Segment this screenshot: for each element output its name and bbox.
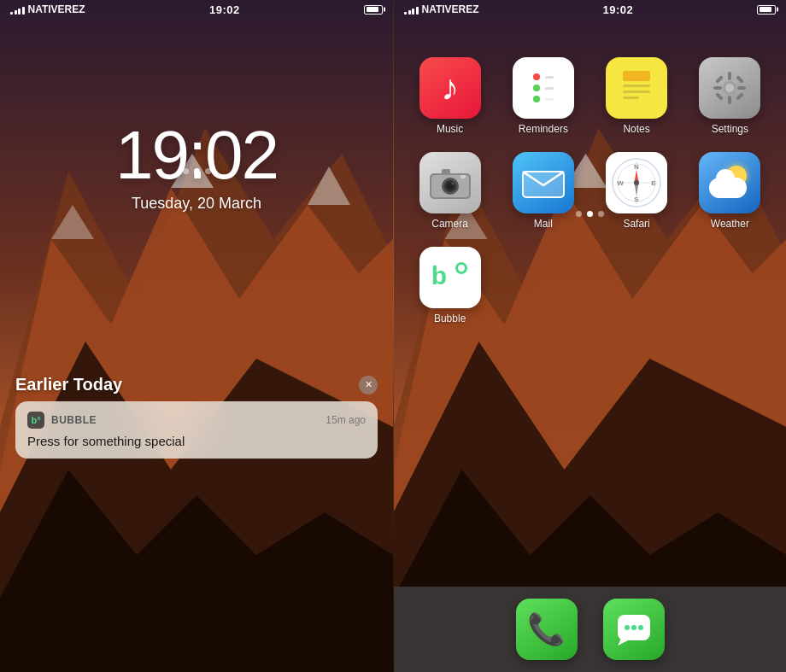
home-screen: NATIVEREZ 19:02 Music <box>393 0 786 672</box>
lock-screen: NATIVEREZ 19:02 19:02 Tuesday, 20 March … <box>0 0 393 672</box>
cloud-shape <box>709 178 747 198</box>
svg-rect-22 <box>715 75 724 84</box>
app-bubble[interactable]: b Bubble <box>408 247 492 324</box>
phone-icon: 📞 <box>516 599 578 660</box>
signal-icon <box>10 5 25 15</box>
mail-icon <box>513 152 574 213</box>
reminder-line-2 <box>533 85 554 91</box>
svg-point-51 <box>638 625 643 630</box>
reminder-line-3 <box>533 96 554 102</box>
lock-clock: 19:02 Tuesday, 20 March <box>0 121 393 213</box>
notification-app-info: b° BUBBLE <box>27 412 97 429</box>
svg-point-31 <box>451 183 454 185</box>
home-page-dots <box>394 211 786 217</box>
svg-text:S: S <box>634 196 639 203</box>
notes-header-bar <box>623 71 650 81</box>
home-signal-bar-1 <box>404 12 407 15</box>
home-status-bar: NATIVEREZ 19:02 <box>394 0 786 19</box>
app-weather[interactable]: Weather <box>688 152 772 230</box>
home-carrier-name: NATIVEREZ <box>422 3 479 15</box>
home-battery-icon <box>757 5 776 15</box>
svg-rect-21 <box>737 86 746 90</box>
reminder-dot-2 <box>533 85 540 91</box>
svg-point-46 <box>634 180 639 185</box>
notification-header: Earlier Today ✕ <box>15 375 378 394</box>
reminder-bar-2 <box>545 87 554 90</box>
home-dot-2 <box>587 211 593 217</box>
bubble-logo: b <box>431 259 469 296</box>
svg-text:N: N <box>634 163 639 171</box>
lock-time-display: 19:02 <box>0 121 393 190</box>
notification-top-row: b° BUBBLE 15m ago <box>27 412 366 429</box>
app-reminders[interactable]: Reminders <box>501 57 585 135</box>
app-safari[interactable]: N S E W Safari <box>595 152 679 230</box>
home-signal-bar-2 <box>408 10 411 15</box>
home-dot-3 <box>598 211 604 217</box>
messages-svg <box>614 610 654 649</box>
reminders-label: Reminders <box>519 123 568 135</box>
svg-point-50 <box>631 625 636 630</box>
bubble-circle-decoration <box>455 262 467 274</box>
home-status-time: 19:02 <box>602 3 633 16</box>
notes-label: Notes <box>623 123 649 135</box>
mail-label: Mail <box>534 218 553 230</box>
svg-text:E: E <box>651 179 656 187</box>
notes-line-1 <box>623 85 650 87</box>
app-notes[interactable]: Notes <box>595 57 679 135</box>
bubble-b-letter: b <box>431 263 447 289</box>
home-battery-fill <box>760 7 771 12</box>
lock-battery <box>364 5 383 15</box>
safari-icon: N S E W <box>606 152 667 213</box>
svg-rect-32 <box>442 169 450 174</box>
app-settings[interactable]: Settings <box>688 57 772 135</box>
lock-carrier-name: NATIVEREZ <box>28 3 85 15</box>
battery-icon <box>364 5 383 15</box>
app-camera[interactable]: Camera <box>408 152 492 230</box>
svg-rect-24 <box>715 92 724 101</box>
home-battery <box>757 5 776 15</box>
reminder-bar-1 <box>545 76 554 79</box>
svg-point-17 <box>725 84 734 92</box>
bubble-label: Bubble <box>434 313 466 324</box>
signal-bar-2 <box>15 10 17 15</box>
notification-message: Press for something special <box>27 434 366 448</box>
app-music[interactable]: Music <box>408 57 492 135</box>
home-carrier-signal: NATIVEREZ <box>404 3 479 15</box>
dock: 📞 <box>394 587 786 672</box>
music-icon <box>419 57 481 119</box>
reminder-dot-1 <box>533 73 540 80</box>
svg-text:W: W <box>617 179 624 187</box>
notes-icon <box>606 57 667 119</box>
notification-section: Earlier Today ✕ b° BUBBLE 15m ago Press … <box>0 375 393 459</box>
notification-dismiss-button[interactable]: ✕ <box>359 376 378 394</box>
svg-rect-18 <box>728 72 731 80</box>
battery-body <box>364 5 383 15</box>
notification-app-name: BUBBLE <box>51 414 97 426</box>
home-signal-bar-4 <box>416 7 419 15</box>
home-dot-1 <box>576 211 582 217</box>
lock-carrier-signal: NATIVEREZ <box>10 3 85 15</box>
weather-icon <box>699 152 760 213</box>
app-mail[interactable]: Mail <box>501 152 585 230</box>
reminder-bar-3 <box>545 98 554 101</box>
notification-card[interactable]: b° BUBBLE 15m ago Press for something sp… <box>15 401 378 459</box>
bubble-icon: b <box>419 247 481 308</box>
signal-bar-4 <box>22 7 25 15</box>
dock-messages[interactable] <box>603 599 665 660</box>
reminder-dot-3 <box>533 96 540 102</box>
weather-label: Weather <box>711 218 749 230</box>
lock-status-time: 19:02 <box>209 3 240 16</box>
camera-label: Camera <box>431 218 468 230</box>
safari-svg: N S E W <box>611 157 662 208</box>
camera-icon <box>419 152 481 213</box>
app-grid: Music <box>394 49 786 333</box>
bubble-notif-icon: b° <box>27 412 44 429</box>
lock-date-display: Tuesday, 20 March <box>0 195 393 213</box>
battery-fill <box>367 7 378 12</box>
dock-phone[interactable]: 📞 <box>516 599 578 660</box>
mail-svg <box>521 167 566 199</box>
svg-rect-33 <box>460 175 466 178</box>
notes-line-3 <box>623 96 639 99</box>
home-signal-icon <box>404 5 419 15</box>
messages-icon <box>603 599 665 660</box>
